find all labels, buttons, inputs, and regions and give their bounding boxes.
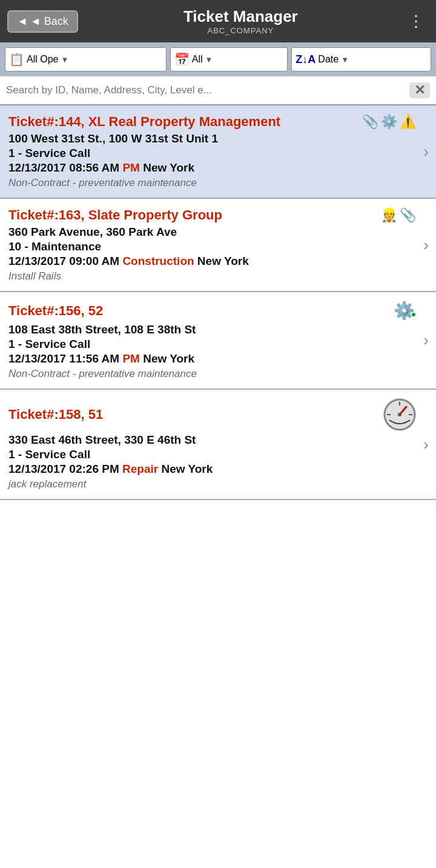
- ticket-chevron-icon: ›: [421, 114, 429, 189]
- ticket-type: 1 - Service Call: [8, 147, 416, 160]
- settings-icon: ⚙️: [381, 114, 397, 130]
- list-item[interactable]: Ticket#:156, 52 ⚙️ ● 108 East 38th Stree…: [0, 292, 436, 390]
- ticket-address: 108 East 38th Street, 108 E 38th St: [8, 323, 416, 336]
- ticket-header-line: Ticket#:156, 52 ⚙️ ●: [8, 301, 416, 321]
- ticket-content: Ticket#:163, Slate Property Group 👷 📎 36…: [8, 207, 421, 282]
- ticket-address: 330 East 46th Street, 330 E 46th St: [8, 433, 416, 447]
- attachment-icon: 📎: [400, 207, 416, 223]
- ticket-type: 1 - Service Call: [8, 448, 416, 461]
- category-filter-arrow: ▼: [205, 55, 213, 64]
- worker-icon: 👷: [381, 207, 397, 223]
- ticket-note: Non-Contract - preventative maintenance: [8, 177, 416, 189]
- app-header: ◄ ◄ Back Ticket Manager ABC_COMPANY ⋮: [0, 0, 436, 42]
- ticket-header-line: Ticket#:158, 51: [8, 398, 416, 431]
- ticket-title: Ticket#:144, XL Real Property Management: [8, 114, 358, 130]
- ticket-address: 360 Park Avenue, 360 Park Ave: [8, 225, 416, 239]
- category-filter[interactable]: 📅 All ▼: [170, 47, 288, 72]
- menu-button[interactable]: ⋮: [403, 10, 429, 33]
- list-item[interactable]: Ticket#:163, Slate Property Group 👷 📎 36…: [0, 199, 436, 292]
- ticket-type: 1 - Service Call: [8, 338, 416, 351]
- ticket-chevron-icon: ›: [421, 207, 429, 282]
- settings-active-dot: ●: [411, 309, 416, 319]
- status-filter-icon: 📋: [9, 52, 24, 67]
- ticket-content: Ticket#:156, 52 ⚙️ ● 108 East 38th Stree…: [8, 301, 421, 380]
- ticket-note: jack replacement: [8, 478, 416, 490]
- status-filter[interactable]: 📋 All Ope ▼: [5, 47, 167, 72]
- ticket-highlight: Repair: [122, 462, 158, 475]
- ticket-highlight: PM: [122, 352, 140, 365]
- ticket-list: Ticket#:144, XL Real Property Management…: [0, 105, 436, 500]
- back-label: ◄ Back: [30, 15, 68, 28]
- search-bar: ✕: [0, 76, 436, 105]
- status-filter-value: All Ope: [27, 54, 58, 65]
- ticket-header-line: Ticket#:144, XL Real Property Management…: [8, 114, 416, 130]
- ticket-date: 12/13/2017 08:56 AM PM New York: [8, 161, 416, 175]
- back-button[interactable]: ◄ ◄ Back: [7, 10, 78, 33]
- ticket-highlight: PM: [122, 161, 140, 174]
- ticket-header-line: Ticket#:163, Slate Property Group 👷 📎: [8, 207, 416, 223]
- ticket-note: Install Rails: [8, 270, 416, 282]
- ticket-content: Ticket#:158, 51: [8, 398, 421, 490]
- ticket-highlight: Construction: [122, 255, 194, 267]
- list-item[interactable]: Ticket#:158, 51: [0, 390, 436, 500]
- ticket-icons: [383, 398, 416, 431]
- ticket-icons: 📎 ⚙️ ⚠️: [362, 114, 416, 130]
- ticket-type: 10 - Maintenance: [8, 240, 416, 253]
- svg-point-5: [398, 413, 401, 416]
- category-filter-icon: 📅: [174, 52, 190, 67]
- sort-filter-arrow: ▼: [341, 55, 349, 64]
- app-title: Ticket Manager: [78, 7, 403, 26]
- list-item[interactable]: Ticket#:144, XL Real Property Management…: [0, 105, 436, 199]
- ticket-title: Ticket#:163, Slate Property Group: [8, 207, 377, 223]
- sort-filter-value: Date: [318, 54, 339, 65]
- ticket-note: Non-Contract - preventative maintenance: [8, 368, 416, 380]
- sort-filter[interactable]: Z↓A Date ▼: [291, 47, 431, 72]
- ticket-date: 12/13/2017 09:00 AM Construction New Yor…: [8, 255, 416, 268]
- ticket-date: 12/13/2017 11:56 AM PM New York: [8, 352, 416, 366]
- speedometer-icon: [383, 398, 416, 431]
- attachment-icon: 📎: [362, 114, 378, 130]
- status-filter-arrow: ▼: [61, 55, 68, 64]
- back-arrow-icon: ◄: [17, 15, 28, 28]
- ticket-chevron-icon: ›: [421, 398, 429, 490]
- company-name: ABC_COMPANY: [78, 26, 403, 35]
- ticket-address: 100 West 31st St., 100 W 31st St Unit 1: [8, 132, 416, 145]
- search-clear-button[interactable]: ✕: [409, 82, 430, 98]
- header-title-block: Ticket Manager ABC_COMPANY: [78, 7, 403, 35]
- search-input[interactable]: [6, 84, 409, 96]
- ticket-date: 12/13/2017 02:26 PM Repair New York: [8, 462, 416, 476]
- ticket-chevron-icon: ›: [421, 301, 429, 380]
- ticket-content: Ticket#:144, XL Real Property Management…: [8, 114, 421, 189]
- toolbar: 📋 All Ope ▼ 📅 All ▼ Z↓A Date ▼: [0, 42, 436, 76]
- ticket-icons: ⚙️ ●: [394, 301, 416, 321]
- ticket-icons: 👷 📎: [381, 207, 416, 223]
- sort-filter-icon: Z↓A: [296, 53, 315, 66]
- ticket-title: Ticket#:156, 52: [8, 303, 390, 319]
- category-filter-value: All: [192, 54, 203, 65]
- ticket-title: Ticket#:158, 51: [8, 407, 380, 422]
- warning-icon: ⚠️: [400, 114, 416, 130]
